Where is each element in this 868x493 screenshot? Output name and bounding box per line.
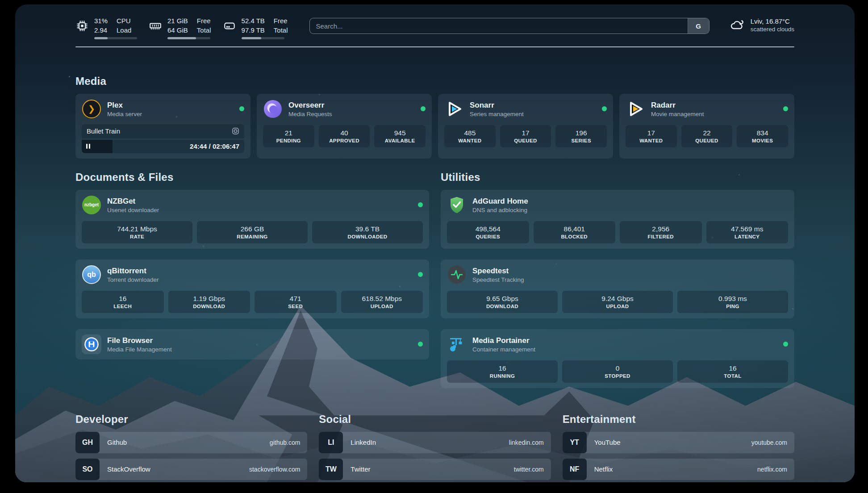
filebrowser-icon xyxy=(82,334,101,354)
service-title: Media Portainer xyxy=(472,336,535,345)
bookmark-twitter[interactable]: TW Twitter twitter.com xyxy=(319,459,551,480)
service-title: Sonarr xyxy=(470,100,524,110)
service-card-overseerr[interactable]: Overseerr Media Requests 21 PENDING 40 A… xyxy=(257,94,432,159)
service-title: NZBGet xyxy=(107,196,159,206)
stat-upload: 9.24 Gbps UPLOAD xyxy=(562,291,673,313)
nzbget-icon: nzbget xyxy=(82,195,101,215)
service-card-sonarr[interactable]: Sonarr Series management 485 WANTED 17 Q… xyxy=(438,94,613,159)
stat-pending: 21 PENDING xyxy=(263,125,314,147)
service-card-nzbget[interactable]: nzbget NZBGet Usenet downloader xyxy=(75,190,429,249)
stat-rate: 744.21 Mbps RATE xyxy=(82,221,192,243)
memory-widget: 21 GiB 64 GiB Free Total xyxy=(149,16,211,39)
service-title: Plex xyxy=(107,100,142,110)
weather-location-temp: Lviv, 16.87°C xyxy=(751,17,794,25)
stat-queries: 498,564 QUERIES xyxy=(447,221,529,243)
service-subtitle: Container management xyxy=(472,346,535,353)
speedtest-pulse-icon xyxy=(447,265,467,284)
bookmark-stackoverflow[interactable]: SO StackOverflow stackoverflow.com xyxy=(75,459,307,480)
playback-progress-bar: 24:44 / 02:06:47 xyxy=(82,140,244,153)
service-subtitle: Movie management xyxy=(651,111,704,117)
cpu-label-top: CPU xyxy=(117,16,131,25)
service-card-adguard[interactable]: AdGuard Home DNS and adblocking 498,564 … xyxy=(441,190,794,249)
bookmark-youtube[interactable]: YT YouTube youtube.com xyxy=(563,432,794,453)
service-subtitle: Media File Management xyxy=(107,346,172,353)
search-input[interactable] xyxy=(310,18,688,33)
weather-widget: Lviv, 16.87°C scattered clouds xyxy=(729,17,794,33)
bookmark-group-social: Social LI LinkedIn linkedin.com TW Twitt… xyxy=(319,413,551,483)
stat-available: 945 AVAILABLE xyxy=(374,125,426,147)
bookmark-abbr: YT xyxy=(563,432,587,453)
bookmark-netflix[interactable]: NF Netflix netflix.com xyxy=(563,459,794,480)
service-title: Speedtest xyxy=(472,266,524,276)
cpu-chip-icon xyxy=(75,16,89,36)
status-dot xyxy=(418,272,423,277)
section-title-documents: Documents & Files xyxy=(75,171,429,184)
bookmark-name: YouTube xyxy=(587,432,621,453)
bookmark-url: linkedin.com xyxy=(509,432,551,453)
bookmark-url: github.com xyxy=(270,432,307,453)
stat-filtered: 2,956 FILTERED xyxy=(620,221,702,243)
service-subtitle: Media server xyxy=(107,111,142,117)
bookmark-url: netflix.com xyxy=(757,459,794,480)
service-subtitle: Media Requests xyxy=(288,111,332,117)
disk-free: 52.4 TB xyxy=(242,16,265,25)
bookmark-group-developer: Developer GH Github github.com SO StackO… xyxy=(75,413,307,483)
stat-running: 16 RUNNING xyxy=(447,360,558,383)
sonarr-icon xyxy=(444,99,464,119)
bookmark-name: StackOverflow xyxy=(100,459,150,480)
service-card-plex[interactable]: ❯ Plex Media server Bullet Train xyxy=(75,94,250,159)
stat-approved: 40 APPROVED xyxy=(319,125,370,147)
stat-total: 16 TOTAL xyxy=(677,360,788,383)
service-title: Radarr xyxy=(651,100,704,110)
cloud-icon xyxy=(729,17,745,33)
service-subtitle: DNS and adblocking xyxy=(472,207,528,213)
bookmark-abbr: TW xyxy=(319,459,343,480)
disk-progress-bar xyxy=(242,37,284,39)
pause-icon xyxy=(86,144,90,149)
search-bar: G xyxy=(309,18,709,34)
documents-column: Documents & Files nzbget NZBGet Usenet d… xyxy=(75,171,429,388)
stat-wanted: 17 WANTED xyxy=(626,125,677,147)
stat-remaining: 266 GB REMAINING xyxy=(197,221,308,243)
service-card-qbittorrent[interactable]: qb qBittorrent Torrent downloader xyxy=(75,259,429,318)
stat-download: 1.19 Gbps DOWNLOAD xyxy=(168,291,250,313)
cpu-label-bottom: Load xyxy=(117,25,131,35)
status-dot xyxy=(418,202,423,207)
section-title-social: Social xyxy=(319,413,551,426)
service-card-radarr[interactable]: Radarr Movie management 17 WANTED 22 QUE… xyxy=(619,94,794,159)
stat-leech: 16 LEECH xyxy=(82,291,164,313)
portainer-crane-icon xyxy=(447,334,467,354)
status-dot xyxy=(783,342,788,347)
bookmark-name: Github xyxy=(100,432,127,453)
disk-label-bottom: Total xyxy=(274,25,288,35)
service-card-filebrowser[interactable]: File Browser Media File Management xyxy=(75,329,429,359)
service-card-speedtest[interactable]: Speedtest Speedtest Tracking 9.65 Gbps D… xyxy=(441,259,794,318)
stat-queued: 17 QUEUED xyxy=(500,125,551,147)
bookmark-github[interactable]: GH Github github.com xyxy=(75,432,307,453)
bookmark-url: twitter.com xyxy=(514,459,551,480)
bookmark-abbr: GH xyxy=(75,432,100,453)
service-card-portainer[interactable]: Media Portainer Container management 16 … xyxy=(441,329,794,388)
memory-progress-bar xyxy=(167,37,210,39)
bookmark-abbr: LI xyxy=(319,432,343,453)
bookmark-name: Netflix xyxy=(587,459,613,480)
service-title: File Browser xyxy=(107,336,172,345)
search-provider-button[interactable]: G xyxy=(688,18,709,33)
section-title-developer: Developer xyxy=(75,413,307,426)
disk-icon xyxy=(223,16,236,36)
top-bar: 31% 2.94 CPU Load xyxy=(75,4,794,39)
bookmark-abbr: NF xyxy=(563,459,587,480)
memory-total: 64 GiB xyxy=(167,25,188,35)
stat-download: 9.65 Gbps DOWNLOAD xyxy=(447,291,558,313)
media-card-grid: ❯ Plex Media server Bullet Train xyxy=(75,94,794,159)
stat-upload: 618.52 Mbps UPLOAD xyxy=(341,291,423,313)
service-subtitle: Speedtest Tracking xyxy=(472,276,524,283)
top-divider xyxy=(75,46,794,47)
stat-series: 196 SERIES xyxy=(555,125,607,147)
bookmark-linkedin[interactable]: LI LinkedIn linkedin.com xyxy=(319,432,551,453)
stat-latency: 47.569 ms LATENCY xyxy=(706,221,789,243)
cpu-load: 2.94 xyxy=(94,25,108,35)
stat-blocked: 86,401 BLOCKED xyxy=(534,221,616,243)
dashboard-root: 31% 2.94 CPU Load xyxy=(0,0,868,493)
cpu-widget: 31% 2.94 CPU Load xyxy=(75,16,137,39)
